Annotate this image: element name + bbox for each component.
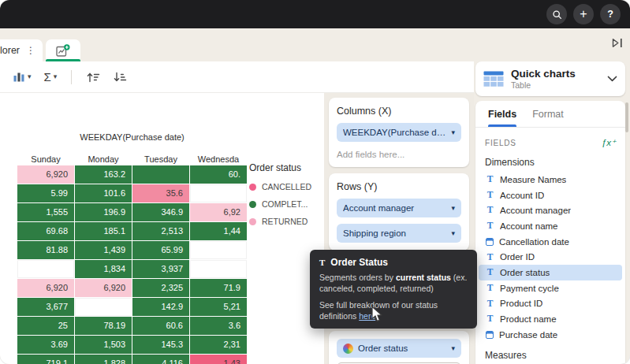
heatmap-cell[interactable]: 1,555 bbox=[17, 203, 74, 221]
heatmap-cell[interactable]: 346.9 bbox=[132, 203, 189, 221]
heatmap-cell[interactable]: 2,325 bbox=[132, 279, 189, 297]
heatmap-cell[interactable]: 163.2 bbox=[75, 165, 132, 184]
sheet-tab[interactable]: lorer ⋮ bbox=[0, 39, 43, 61]
collapse-panel-button[interactable] bbox=[610, 37, 624, 51]
legend-item[interactable]: COMPLET... bbox=[249, 199, 311, 209]
heatmap-cell[interactable]: 145.3 bbox=[132, 336, 189, 354]
heatmap-cell[interactable] bbox=[190, 260, 247, 278]
heatmap-cell[interactable]: 6,920 bbox=[17, 165, 74, 184]
field-label: Order status bbox=[500, 268, 550, 277]
search-button[interactable] bbox=[546, 4, 567, 24]
heatmap-cell[interactable]: 25 bbox=[17, 317, 74, 335]
heatmap-cell[interactable]: 3.69 bbox=[17, 336, 74, 354]
column-header[interactable]: Tuesday bbox=[132, 153, 189, 165]
heatmap-cell[interactable]: 3,677 bbox=[17, 298, 74, 316]
toolbar-divider bbox=[71, 70, 72, 84]
heatmap-cell[interactable] bbox=[190, 241, 247, 259]
heatmap-cell[interactable]: 2,513 bbox=[132, 222, 189, 240]
heatmap-cell[interactable]: 71.9 bbox=[190, 279, 247, 297]
heatmap-cell[interactable]: 3,937 bbox=[132, 260, 189, 278]
scrollbar-thumb[interactable] bbox=[625, 102, 628, 132]
column-header[interactable]: Monday bbox=[75, 153, 132, 165]
field-item[interactable]: Purchase date bbox=[479, 327, 622, 343]
heatmap-cell[interactable]: 2,31 bbox=[190, 336, 247, 354]
aggregation-button[interactable]: Σ ▾ bbox=[39, 68, 62, 86]
heatmap-cell[interactable]: 81.88 bbox=[17, 241, 74, 259]
heatmap-cell[interactable]: 196.9 bbox=[75, 203, 132, 221]
field-item[interactable]: TAccount manager bbox=[479, 202, 622, 218]
field-label: Order ID bbox=[500, 252, 535, 262]
chart-type-selector[interactable]: Quick charts Table bbox=[475, 61, 625, 96]
heatmap-cell[interactable] bbox=[75, 298, 132, 316]
legend-item[interactable]: CANCELLED bbox=[249, 182, 311, 191]
field-item[interactable]: TAccount name bbox=[479, 218, 622, 234]
heatmap-cell[interactable]: 101.6 bbox=[75, 184, 132, 202]
field-item[interactable]: TAccount ID bbox=[479, 188, 622, 203]
heatmap-cell[interactable]: 185.1 bbox=[75, 222, 132, 240]
heatmap-cell[interactable]: 1,43 bbox=[190, 355, 247, 364]
legend-item[interactable]: RETURNED bbox=[249, 217, 311, 226]
heatmap-cell[interactable]: 5.99 bbox=[17, 184, 74, 202]
heatmap-cell[interactable]: 35.6 bbox=[132, 184, 189, 202]
rows-shelf-pills: Account manager▾Shipping region▾ bbox=[337, 199, 461, 243]
create-calculated-field-button[interactable]: ƒx⁺ bbox=[602, 137, 616, 148]
heatmap-grid: 6,920163.260.5.99101.635.61,555196.9346.… bbox=[17, 165, 247, 364]
color-pill[interactable]: Order status ▾ bbox=[337, 339, 461, 358]
chevron-down-icon[interactable] bbox=[607, 76, 617, 82]
sort-ascending-button[interactable] bbox=[81, 69, 105, 86]
heatmap-cell[interactable]: 6,920 bbox=[75, 279, 132, 297]
help-button[interactable]: ? bbox=[600, 4, 621, 24]
heatmap-cell[interactable]: 6,920 bbox=[17, 279, 74, 297]
measure-names-icon: T bbox=[486, 175, 494, 184]
field-item[interactable]: TProduct name bbox=[479, 311, 622, 327]
heatmap-cell[interactable]: 1,834 bbox=[75, 260, 132, 278]
fields-section-label: FIELDS bbox=[485, 139, 516, 147]
field-pill[interactable]: Account manager▾ bbox=[337, 199, 461, 217]
chart-type-button[interactable]: ▾ bbox=[8, 68, 36, 86]
heatmap-cell[interactable] bbox=[132, 165, 189, 184]
text-field-icon: T bbox=[486, 221, 494, 231]
new-sheet-tab[interactable] bbox=[46, 39, 80, 61]
heatmap-cell[interactable]: 5,21 bbox=[190, 298, 247, 316]
legend-swatch bbox=[249, 201, 256, 208]
heatmap-cell[interactable]: 78.19 bbox=[75, 317, 132, 335]
text-field-icon: T bbox=[486, 253, 494, 262]
tab-fields[interactable]: Fields bbox=[488, 101, 516, 127]
sort-descending-button[interactable] bbox=[108, 69, 132, 86]
tooltip-body-text: Segments orders by bbox=[319, 273, 396, 282]
columns-shelf-pills: WEEKDAY(Purchase date)▾ bbox=[337, 123, 461, 142]
heatmap-cell[interactable]: 69.68 bbox=[17, 222, 74, 240]
heatmap-cell[interactable] bbox=[17, 260, 74, 278]
field-item[interactable]: TPayment cycle bbox=[479, 280, 622, 296]
heatmap-cell[interactable]: 1,439 bbox=[75, 241, 132, 259]
heatmap-cell[interactable]: 1,503 bbox=[75, 336, 132, 354]
field-item[interactable]: TOrder status bbox=[479, 265, 622, 280]
heatmap-cell[interactable]: 6,92 bbox=[190, 203, 247, 221]
field-item[interactable]: TProduct ID bbox=[479, 296, 622, 312]
heatmap-cell[interactable]: 60. bbox=[190, 165, 247, 184]
heatmap-cell[interactable]: 1,44 bbox=[190, 222, 247, 240]
field-item[interactable]: Cancellation date bbox=[479, 234, 622, 250]
table-chart-icon bbox=[483, 71, 504, 87]
rows-shelf-card: Rows (Y) Account manager▾Shipping region… bbox=[329, 173, 469, 251]
heatmap-cell[interactable]: 719.1 bbox=[17, 355, 74, 364]
field-label: Measure Names bbox=[500, 175, 566, 184]
heatmap-cell[interactable]: 60.6 bbox=[132, 317, 189, 335]
heatmap-cell[interactable]: 142.9 bbox=[132, 298, 189, 316]
heatmap-cell[interactable]: 3.6 bbox=[190, 317, 247, 335]
right-panel: Quick charts Table Fields Format FIELDS … bbox=[474, 61, 630, 364]
column-header[interactable]: Wednesda bbox=[190, 153, 247, 165]
field-item[interactable]: TMeasure Names bbox=[479, 172, 622, 188]
tab-menu-icon[interactable]: ⋮ bbox=[26, 45, 35, 56]
field-item[interactable]: TOrder ID bbox=[479, 249, 622, 265]
field-pill[interactable]: Shipping region▾ bbox=[337, 224, 461, 243]
column-header[interactable]: Sunday bbox=[17, 153, 74, 165]
heatmap-cell[interactable] bbox=[190, 184, 247, 202]
heatmap-cell[interactable]: 1,828 bbox=[75, 355, 132, 364]
field-pill[interactable]: WEEKDAY(Purchase date)▾ bbox=[337, 123, 461, 142]
heatmap-cell[interactable]: 65.99 bbox=[132, 241, 189, 259]
heatmap-cell[interactable]: 4,116 bbox=[132, 355, 189, 364]
columns-drop-target[interactable]: Add fields here... bbox=[337, 150, 461, 159]
add-button[interactable]: + bbox=[573, 4, 594, 24]
tab-format[interactable]: Format bbox=[532, 101, 564, 127]
